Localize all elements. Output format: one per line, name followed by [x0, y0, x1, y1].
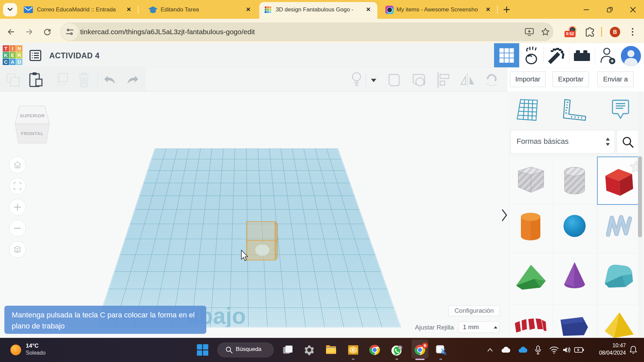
svg-text:I: I	[12, 46, 13, 51]
svg-text:FRONTAL: FRONTAL	[21, 131, 44, 136]
svg-text:N: N	[17, 46, 21, 51]
svg-text:A: A	[11, 59, 14, 65]
svg-text:R: R	[17, 52, 21, 58]
svg-text:T: T	[4, 46, 7, 51]
svg-text:K: K	[4, 52, 8, 58]
svg-text:B: B	[352, 347, 355, 353]
svg-text:E: E	[11, 52, 14, 58]
svg-text:D: D	[17, 59, 21, 65]
svg-text:C: C	[4, 59, 8, 65]
svg-text:b: b	[399, 346, 401, 350]
svg-text:SUPERIOR: SUPERIOR	[20, 113, 45, 118]
